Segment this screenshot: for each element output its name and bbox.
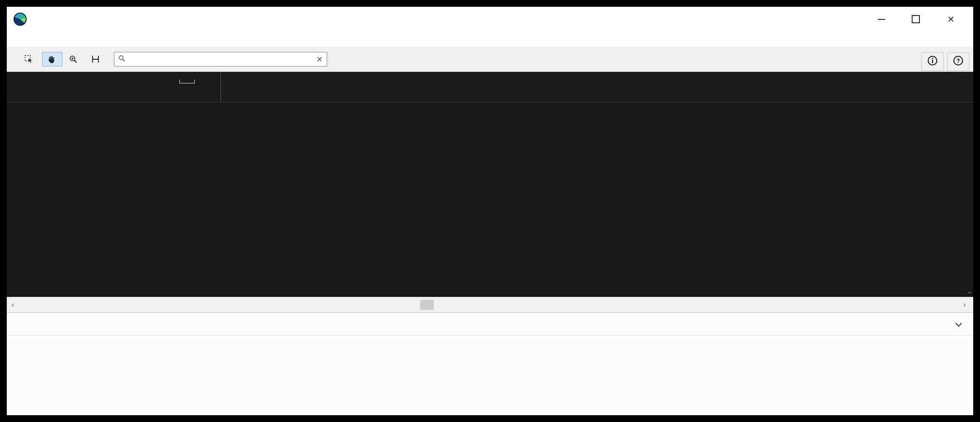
- help-button[interactable]: ?: [947, 52, 969, 71]
- minimize-button[interactable]: [874, 13, 888, 26]
- selection-icon: [24, 55, 33, 64]
- timing-icon: [91, 55, 100, 64]
- selection-mode-button[interactable]: [20, 52, 40, 66]
- search-box[interactable]: ✕: [114, 52, 327, 66]
- vertical-scroll-hint-icon[interactable]: ⌄: [967, 288, 972, 295]
- zoom-icon: [69, 55, 78, 64]
- ruler-separator: [221, 72, 221, 102]
- menu-bar: [7, 32, 973, 47]
- close-button[interactable]: ✕: [944, 13, 958, 26]
- time-ruler[interactable]: [7, 72, 973, 102]
- svg-text:?: ?: [956, 58, 960, 65]
- horizontal-scrollbar[interactable]: ‹ ›: [7, 297, 973, 312]
- title-bar: ✕: [7, 7, 973, 32]
- scrollbar-thumb[interactable]: [420, 300, 434, 310]
- app-window: ✕: [7, 7, 973, 415]
- pan-hand-icon: [47, 55, 55, 64]
- help-icon: ?: [953, 55, 964, 68]
- maximize-button[interactable]: [908, 13, 923, 26]
- info-button[interactable]: [921, 52, 944, 71]
- info-icon: [927, 55, 938, 68]
- scale-bracket-icon: [179, 80, 195, 83]
- scroll-right-icon[interactable]: ›: [964, 300, 966, 308]
- scroll-left-icon[interactable]: ‹: [12, 300, 14, 308]
- selection-panel: [7, 312, 973, 415]
- selection-header[interactable]: [7, 313, 973, 336]
- toolbar: ✕ ?: [7, 47, 973, 72]
- collapse-chevron-icon[interactable]: [955, 321, 963, 329]
- pan-mode-button[interactable]: [42, 52, 63, 66]
- zoom-mode-button[interactable]: [64, 52, 85, 66]
- app-logo-icon: [14, 13, 27, 26]
- screenshot-frame: ✕: [0, 0, 980, 422]
- search-icon: [118, 55, 126, 64]
- timeline-area[interactable]: ⌄: [7, 72, 973, 297]
- search-clear-icon[interactable]: ✕: [316, 55, 323, 64]
- timing-mode-button[interactable]: [87, 52, 107, 66]
